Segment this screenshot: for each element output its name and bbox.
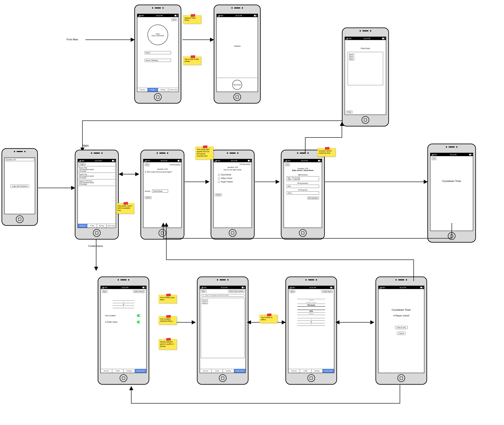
login-facebook-button[interactable]: Login with Facebook — [10, 185, 29, 188]
select-game-options-button[interactable]: Select Game options — [228, 290, 245, 292]
tab-discover[interactable]: Discover — [78, 224, 87, 228]
phone-question: ABC 09:18 PM Exit 1:09 Remaining Questio… — [140, 150, 184, 239]
radio-icon — [218, 174, 220, 176]
radio-icon — [218, 181, 220, 183]
exit-button[interactable]: Exit — [285, 163, 290, 166]
rank-row: Rank 2 — [349, 57, 382, 59]
take-photo-button[interactable]: Take Photo — [232, 80, 242, 90]
status-bar: ABC 09:18 PM — [289, 286, 334, 289]
save-button[interactable]: Save — [171, 18, 177, 21]
submit-button[interactable]: Submit — [215, 193, 222, 196]
tab-discover[interactable]: Discover — [137, 88, 148, 92]
region-picker[interactable]: USA Mexico — [297, 310, 325, 315]
tab-discover[interactable]: Discover — [200, 369, 211, 373]
home-button[interactable] — [397, 374, 405, 382]
finish-button[interactable]: Finish — [346, 111, 352, 113]
question-text: Q: Who makes America great again? — [145, 171, 180, 173]
final-score-title: Final Score — [346, 47, 385, 49]
chevron-right-icon: › — [114, 175, 115, 177]
phone-results: ABC 09:18 PM Exit Question 1/10 Right an… — [281, 150, 325, 239]
exit-button[interactable]: Exit — [145, 163, 149, 166]
tab-bar: Discover Profile Ranking Create Game — [78, 224, 116, 228]
cancel-button[interactable]: Cancel — [397, 332, 406, 335]
tab-profile[interactable]: Profile — [211, 369, 223, 373]
note-optional-photo: Optional Take Photo — [183, 15, 201, 24]
tab-create[interactable]: Create Game — [323, 369, 334, 373]
tab-discover[interactable]: Discover — [289, 369, 300, 373]
back-button[interactable]: Back — [290, 290, 295, 293]
tab-profile[interactable]: Profile — [300, 369, 311, 373]
tab-create[interactable]: Create Game — [135, 369, 146, 373]
room-row[interactable]: Game of Thrones 9/10 Questions asked 2/1… — [78, 179, 116, 186]
phone-main: ABC 09:18 PM Logout Room One 1/10 Questi… — [75, 150, 119, 239]
tab-ranking[interactable]: Ranking — [97, 224, 106, 228]
home-button[interactable] — [362, 116, 369, 124]
friend-row[interactable]: Friend 2 — [202, 303, 243, 305]
name-field[interactable]: Name — [145, 51, 171, 54]
phone-lobby: ABC 09:18 PM Countdown Timer # Players J… — [375, 277, 427, 385]
tab-profile[interactable]: Profile — [148, 88, 158, 92]
tab-profile[interactable]: Profile — [87, 224, 97, 228]
home-button[interactable] — [159, 229, 166, 237]
photo-placeholder[interactable]: Photo Click to take photo — [148, 25, 168, 45]
vote-option[interactable]: David Bowie — [218, 174, 247, 176]
status-bar: ABC 09:18 PM — [137, 14, 178, 17]
select-friends-button[interactable]: Select Friends — [133, 290, 145, 293]
next-question-button[interactable]: Next Question — [307, 197, 319, 199]
status-bar: ABC 09:18 PM — [78, 159, 116, 162]
search-icon: 🔍 — [202, 294, 204, 296]
home-button[interactable] — [219, 374, 226, 382]
status-bar: ABC 09:18 PM — [200, 286, 246, 289]
room-row[interactable]: Room One 1/10 Questions asked 2/5 people… — [78, 166, 116, 173]
home-button[interactable] — [299, 229, 307, 237]
vote-option[interactable]: Hillary Clinton — [218, 177, 247, 179]
home-button[interactable] — [448, 232, 455, 240]
logout-button[interactable]: Logout — [79, 163, 86, 166]
status-bar: ABC 09:18 PM — [217, 14, 258, 17]
search-field[interactable]: 🔍 Type To Populate Selected Friends — [201, 294, 245, 297]
tab-ranking[interactable]: Ranking — [311, 369, 323, 373]
tab-create[interactable]: Create Game — [234, 369, 246, 373]
home-button[interactable] — [154, 93, 162, 101]
friend-row[interactable]: Friend 1 — [202, 301, 243, 303]
topic-picker[interactable]: Sports Popular Culture Television — [297, 299, 325, 307]
tab-ranking[interactable]: Ranking — [223, 369, 234, 373]
use-location-toggle[interactable] — [137, 314, 142, 317]
home-button[interactable] — [120, 374, 127, 382]
home-button[interactable] — [93, 229, 101, 237]
friend-row[interactable]: Friend 0 — [202, 299, 243, 301]
back-button[interactable]: Back — [102, 290, 107, 293]
num-picker[interactable]: 2 3 4 — [297, 318, 325, 326]
phone-game-options: ABC 09:18 PM Back Create Game Sports Pop… — [285, 277, 337, 385]
tab-discover[interactable]: Discover — [101, 369, 112, 373]
score-field: Score / Ranking — [145, 59, 171, 62]
home-button[interactable] — [307, 374, 315, 382]
tab-bar: Discover Profile Ranking Create Game — [137, 88, 178, 92]
status-bar: ABC 09:18 PM — [214, 159, 252, 162]
room-row[interactable]: Room Two 2/10 Questions asked 4/5 people… — [78, 173, 116, 179]
submit-button[interactable]: Submit — [145, 196, 152, 199]
back-button[interactable]: Back — [201, 290, 206, 292]
note-find-friends: Find Friends auto-filters — [159, 295, 177, 303]
home-button[interactable] — [233, 93, 241, 101]
create-game-button[interactable]: Create Game — [322, 290, 333, 293]
tab-profile[interactable]: Profile — [112, 369, 124, 373]
rank-row: Rank 0 — [349, 53, 382, 55]
tab-ranking[interactable]: Ranking — [158, 88, 168, 92]
exit-button[interactable]: Exit — [432, 157, 436, 160]
chevron-right-icon: › — [114, 168, 115, 171]
phone-select-friends: ABC 09:18 PM Back Select Game options 🔍 … — [197, 277, 248, 385]
home-button[interactable] — [229, 229, 236, 237]
tab-create[interactable]: Create Game — [106, 224, 116, 228]
right-answers-heading: Right Answers — [285, 174, 321, 176]
vote-option[interactable]: Roger Federer — [218, 181, 247, 183]
tab-ranking[interactable]: Ranking — [124, 369, 135, 373]
lobby-title: Countdown Timer — [380, 309, 423, 311]
home-button[interactable] — [16, 215, 24, 223]
count-picker[interactable]: 2 3 4 — [113, 300, 134, 308]
tab-create[interactable]: Create Game — [168, 88, 178, 92]
phone-login: Question 1/10 Login with Facebook — [1, 148, 38, 226]
answer-field[interactable]: David Bowie — [152, 190, 168, 193]
join-button[interactable]: Click to Join — [395, 326, 407, 329]
is-public-toggle[interactable] — [137, 321, 142, 323]
